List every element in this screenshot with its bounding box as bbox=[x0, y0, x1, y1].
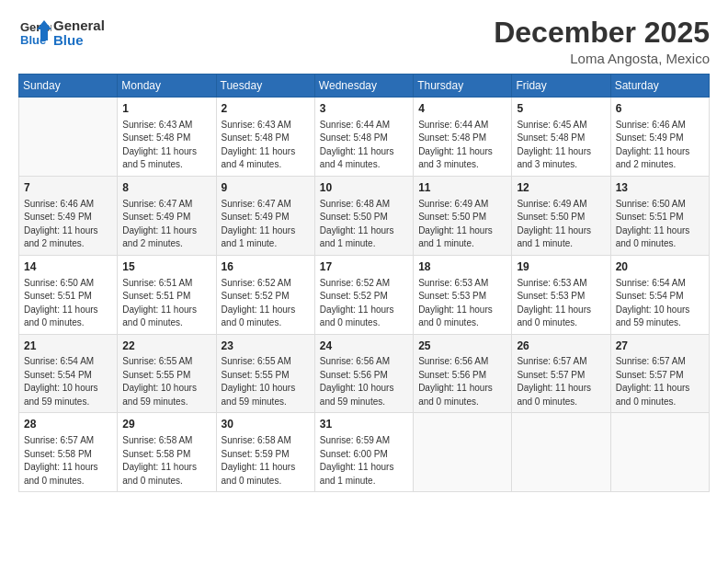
day-info: Sunrise: 6:46 AM Sunset: 5:49 PM Dayligh… bbox=[24, 198, 112, 251]
calendar-cell: 15Sunrise: 6:51 AM Sunset: 5:51 PM Dayli… bbox=[118, 255, 216, 334]
day-info: Sunrise: 6:43 AM Sunset: 5:48 PM Dayligh… bbox=[222, 119, 310, 172]
header-monday: Monday bbox=[118, 75, 216, 98]
calendar-cell: 11Sunrise: 6:49 AM Sunset: 5:50 PM Dayli… bbox=[414, 176, 512, 255]
day-info: Sunrise: 6:49 AM Sunset: 5:50 PM Dayligh… bbox=[517, 198, 605, 251]
header-friday: Friday bbox=[512, 75, 610, 98]
calendar-cell: 28Sunrise: 6:57 AM Sunset: 5:58 PM Dayli… bbox=[19, 413, 118, 492]
day-info: Sunrise: 6:57 AM Sunset: 5:57 PM Dayligh… bbox=[517, 355, 605, 408]
calendar-cell: 31Sunrise: 6:59 AM Sunset: 6:00 PM Dayli… bbox=[314, 413, 413, 492]
logo-line2: Blue bbox=[53, 33, 105, 49]
day-number: 28 bbox=[24, 417, 112, 432]
day-info: Sunrise: 6:46 AM Sunset: 5:49 PM Dayligh… bbox=[616, 119, 704, 172]
day-info: Sunrise: 6:45 AM Sunset: 5:48 PM Dayligh… bbox=[517, 119, 605, 172]
sub-title: Loma Angosta, Mexico bbox=[494, 51, 710, 66]
day-info: Sunrise: 6:53 AM Sunset: 5:53 PM Dayligh… bbox=[418, 277, 506, 330]
calendar-cell: 4Sunrise: 6:44 AM Sunset: 5:48 PM Daylig… bbox=[414, 98, 512, 177]
calendar-cell: 17Sunrise: 6:52 AM Sunset: 5:52 PM Dayli… bbox=[314, 255, 413, 334]
calendar-cell: 3Sunrise: 6:44 AM Sunset: 5:48 PM Daylig… bbox=[314, 98, 413, 177]
day-number: 23 bbox=[222, 339, 310, 354]
calendar-cell bbox=[19, 98, 118, 177]
calendar-cell: 22Sunrise: 6:55 AM Sunset: 5:55 PM Dayli… bbox=[118, 334, 216, 413]
day-number: 15 bbox=[122, 259, 210, 275]
day-info: Sunrise: 6:43 AM Sunset: 5:48 PM Dayligh… bbox=[122, 119, 210, 172]
calendar-week-3: 14Sunrise: 6:50 AM Sunset: 5:51 PM Dayli… bbox=[19, 255, 710, 334]
day-number: 5 bbox=[517, 101, 605, 117]
day-number: 7 bbox=[24, 180, 112, 196]
calendar-cell: 9Sunrise: 6:47 AM Sunset: 5:49 PM Daylig… bbox=[216, 176, 314, 255]
day-number: 17 bbox=[320, 259, 408, 275]
calendar-cell: 14Sunrise: 6:50 AM Sunset: 5:51 PM Dayli… bbox=[19, 255, 118, 334]
calendar-cell: 19Sunrise: 6:53 AM Sunset: 5:53 PM Dayli… bbox=[512, 255, 610, 334]
calendar-cell: 16Sunrise: 6:52 AM Sunset: 5:52 PM Dayli… bbox=[216, 255, 314, 334]
day-info: Sunrise: 6:49 AM Sunset: 5:50 PM Dayligh… bbox=[418, 198, 506, 251]
calendar-cell: 27Sunrise: 6:57 AM Sunset: 5:57 PM Dayli… bbox=[610, 334, 709, 413]
day-info: Sunrise: 6:52 AM Sunset: 5:52 PM Dayligh… bbox=[320, 277, 408, 330]
calendar: Sunday Monday Tuesday Wednesday Thursday… bbox=[18, 74, 710, 492]
logo-icon: General Blue bbox=[18, 17, 51, 50]
header-saturday: Saturday bbox=[610, 75, 709, 98]
day-number: 13 bbox=[616, 180, 704, 196]
calendar-cell: 8Sunrise: 6:47 AM Sunset: 5:49 PM Daylig… bbox=[118, 176, 216, 255]
weekday-header-row: Sunday Monday Tuesday Wednesday Thursday… bbox=[19, 75, 710, 98]
calendar-cell: 10Sunrise: 6:48 AM Sunset: 5:50 PM Dayli… bbox=[314, 176, 413, 255]
day-number: 12 bbox=[517, 180, 605, 196]
header-tuesday: Tuesday bbox=[216, 75, 314, 98]
title-block: December 2025 Loma Angosta, Mexico bbox=[494, 17, 710, 66]
day-info: Sunrise: 6:44 AM Sunset: 5:48 PM Dayligh… bbox=[320, 119, 408, 172]
day-info: Sunrise: 6:58 AM Sunset: 5:59 PM Dayligh… bbox=[222, 434, 310, 488]
calendar-cell: 2Sunrise: 6:43 AM Sunset: 5:48 PM Daylig… bbox=[216, 98, 314, 177]
day-info: Sunrise: 6:52 AM Sunset: 5:52 PM Dayligh… bbox=[222, 277, 310, 330]
calendar-cell: 24Sunrise: 6:56 AM Sunset: 5:56 PM Dayli… bbox=[314, 334, 413, 413]
header: General Blue General Blue December 2025 … bbox=[18, 17, 710, 66]
main-title: December 2025 bbox=[494, 17, 710, 49]
day-number: 8 bbox=[122, 180, 210, 196]
day-info: Sunrise: 6:55 AM Sunset: 5:55 PM Dayligh… bbox=[222, 355, 310, 408]
calendar-week-1: 1Sunrise: 6:43 AM Sunset: 5:48 PM Daylig… bbox=[19, 98, 710, 177]
day-number: 9 bbox=[222, 180, 310, 196]
day-info: Sunrise: 6:51 AM Sunset: 5:51 PM Dayligh… bbox=[122, 277, 210, 330]
day-number: 11 bbox=[418, 180, 506, 196]
day-number: 27 bbox=[616, 339, 704, 354]
calendar-cell: 26Sunrise: 6:57 AM Sunset: 5:57 PM Dayli… bbox=[512, 334, 610, 413]
day-info: Sunrise: 6:47 AM Sunset: 5:49 PM Dayligh… bbox=[122, 198, 210, 251]
calendar-cell: 1Sunrise: 6:43 AM Sunset: 5:48 PM Daylig… bbox=[118, 98, 216, 177]
day-number: 16 bbox=[222, 259, 310, 275]
calendar-cell: 21Sunrise: 6:54 AM Sunset: 5:54 PM Dayli… bbox=[19, 334, 118, 413]
day-info: Sunrise: 6:50 AM Sunset: 5:51 PM Dayligh… bbox=[24, 277, 112, 330]
calendar-cell: 7Sunrise: 6:46 AM Sunset: 5:49 PM Daylig… bbox=[19, 176, 118, 255]
page: General Blue General Blue December 2025 … bbox=[0, 0, 728, 563]
header-wednesday: Wednesday bbox=[314, 75, 413, 98]
day-number: 31 bbox=[320, 417, 408, 432]
day-info: Sunrise: 6:44 AM Sunset: 5:48 PM Dayligh… bbox=[418, 119, 506, 172]
calendar-cell: 6Sunrise: 6:46 AM Sunset: 5:49 PM Daylig… bbox=[610, 98, 709, 177]
day-number: 14 bbox=[24, 259, 112, 275]
calendar-cell: 30Sunrise: 6:58 AM Sunset: 5:59 PM Dayli… bbox=[216, 413, 314, 492]
day-number: 19 bbox=[517, 259, 605, 275]
day-info: Sunrise: 6:50 AM Sunset: 5:51 PM Dayligh… bbox=[616, 198, 704, 251]
day-number: 24 bbox=[320, 339, 408, 354]
calendar-cell: 25Sunrise: 6:56 AM Sunset: 5:56 PM Dayli… bbox=[414, 334, 512, 413]
calendar-cell bbox=[414, 413, 512, 492]
day-number: 25 bbox=[418, 339, 506, 354]
calendar-week-5: 28Sunrise: 6:57 AM Sunset: 5:58 PM Dayli… bbox=[19, 413, 710, 492]
calendar-cell: 12Sunrise: 6:49 AM Sunset: 5:50 PM Dayli… bbox=[512, 176, 610, 255]
header-sunday: Sunday bbox=[19, 75, 118, 98]
day-info: Sunrise: 6:47 AM Sunset: 5:49 PM Dayligh… bbox=[222, 198, 310, 251]
day-info: Sunrise: 6:57 AM Sunset: 5:58 PM Dayligh… bbox=[24, 434, 112, 488]
day-info: Sunrise: 6:53 AM Sunset: 5:53 PM Dayligh… bbox=[517, 277, 605, 330]
calendar-week-4: 21Sunrise: 6:54 AM Sunset: 5:54 PM Dayli… bbox=[19, 334, 710, 413]
day-info: Sunrise: 6:58 AM Sunset: 5:58 PM Dayligh… bbox=[122, 434, 210, 488]
day-number: 29 bbox=[122, 417, 210, 432]
logo: General Blue General Blue bbox=[18, 17, 105, 50]
calendar-cell: 29Sunrise: 6:58 AM Sunset: 5:58 PM Dayli… bbox=[118, 413, 216, 492]
day-number: 18 bbox=[418, 259, 506, 275]
day-info: Sunrise: 6:56 AM Sunset: 5:56 PM Dayligh… bbox=[418, 355, 506, 408]
logo-line1: General bbox=[53, 18, 105, 34]
calendar-cell: 23Sunrise: 6:55 AM Sunset: 5:55 PM Dayli… bbox=[216, 334, 314, 413]
day-info: Sunrise: 6:59 AM Sunset: 6:00 PM Dayligh… bbox=[320, 434, 408, 488]
day-number: 3 bbox=[320, 101, 408, 117]
day-number: 21 bbox=[24, 339, 112, 354]
header-thursday: Thursday bbox=[414, 75, 512, 98]
day-number: 6 bbox=[616, 101, 704, 117]
calendar-cell: 5Sunrise: 6:45 AM Sunset: 5:48 PM Daylig… bbox=[512, 98, 610, 177]
